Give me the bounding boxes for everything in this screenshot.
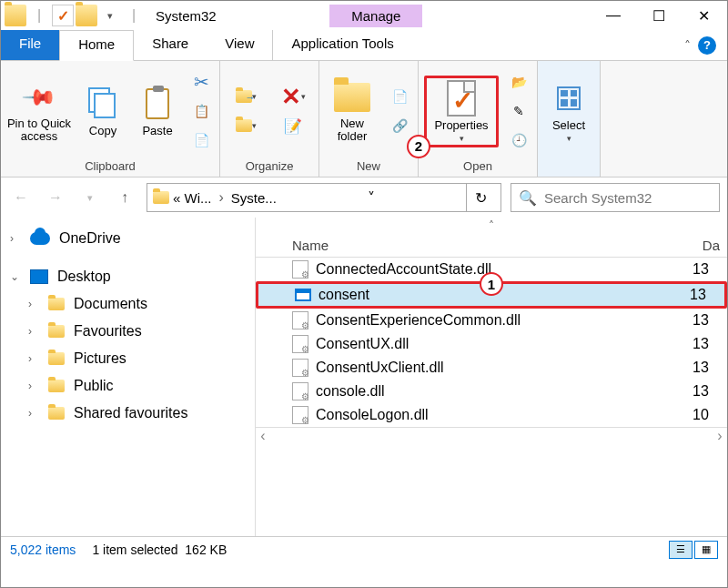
- search-input[interactable]: [544, 190, 712, 206]
- paste-button[interactable]: Paste: [134, 86, 181, 137]
- column-date[interactable]: Da: [703, 238, 720, 253]
- tree-item-label: Documents: [74, 296, 147, 312]
- scroll-up-hint: ˄: [256, 218, 727, 234]
- cut-button[interactable]: ✂: [188, 69, 214, 95]
- easy-access-button[interactable]: 🔗: [387, 113, 412, 138]
- properties-dropdown-icon: ▾: [460, 134, 464, 143]
- tree-folder-pictures[interactable]: ›Pictures: [1, 345, 255, 372]
- chevron-right-icon[interactable]: ›: [28, 352, 32, 365]
- address-bar[interactable]: « Wi... › Syste... ˅ ↻: [147, 183, 501, 212]
- file-row[interactable]: ConsentUxClient.dll13: [256, 356, 727, 380]
- recent-dropdown[interactable]: ▾: [77, 185, 103, 210]
- chevron-right-icon[interactable]: ›: [28, 407, 32, 420]
- copyto-icon: [236, 119, 252, 132]
- onedrive-icon: [30, 232, 50, 245]
- new-folder-button[interactable]: New folder: [325, 79, 379, 144]
- chevron-down-icon[interactable]: ⌄: [10, 270, 19, 283]
- file-row[interactable]: ConsentUX.dll13: [256, 332, 727, 356]
- select-dropdown-icon: ▾: [567, 134, 571, 143]
- file-row[interactable]: consent131: [256, 281, 727, 309]
- qat-dropdown-icon[interactable]: ▾: [99, 5, 121, 26]
- refresh-button[interactable]: ↻: [466, 184, 495, 211]
- maximize-button[interactable]: ☐: [636, 1, 682, 30]
- new-item-icon: 📄: [392, 89, 408, 104]
- paste-icon: [146, 88, 169, 119]
- copy-path-button[interactable]: 📋: [188, 98, 214, 124]
- manage-contextual-tab[interactable]: Manage: [329, 5, 422, 27]
- group-select: Select ▾: [538, 61, 601, 177]
- file-list-pane[interactable]: ˄ Name Da ConnectedAccountState.dll13con…: [256, 218, 727, 536]
- tab-share[interactable]: Share: [134, 30, 207, 60]
- tree-desktop[interactable]: ⌄ Desktop: [1, 263, 255, 290]
- edit-button[interactable]: ✎: [506, 98, 531, 124]
- ribbon-tabs: File Home Share View Application Tools ˄…: [1, 30, 727, 61]
- search-box[interactable]: 🔍: [511, 183, 720, 212]
- details-view-button[interactable]: ☰: [669, 541, 693, 559]
- tab-file[interactable]: File: [1, 30, 59, 60]
- group-new: New folder 📄 🔗 New: [319, 61, 419, 177]
- rename-button[interactable]: 📝: [273, 113, 313, 138]
- forward-button[interactable]: →: [43, 185, 68, 210]
- file-row[interactable]: ConsoleLogon.dll10: [256, 403, 727, 427]
- back-button[interactable]: ←: [8, 185, 34, 210]
- copy-label: Copy: [89, 124, 116, 137]
- desktop-icon: [30, 269, 48, 284]
- tree-folder-documents[interactable]: ›Documents: [1, 290, 255, 318]
- thumbnails-view-button[interactable]: ▦: [694, 541, 718, 559]
- tree-item-label: Favourites: [74, 323, 142, 340]
- file-row[interactable]: ConsentExperienceCommon.dll13: [256, 309, 727, 332]
- chevron-right-icon[interactable]: ›: [28, 298, 32, 310]
- clipboard-small-buttons: ✂ 📋 📄: [188, 69, 214, 153]
- chevron-right-icon[interactable]: ›: [28, 380, 32, 392]
- breadcrumb-2[interactable]: Syste...: [231, 190, 277, 206]
- tree-onedrive-label: OneDrive: [59, 230, 121, 247]
- address-dropdown[interactable]: ˅: [357, 184, 386, 211]
- close-button[interactable]: ✕: [682, 1, 727, 30]
- up-button[interactable]: ↑: [112, 185, 137, 210]
- qat-folder-icon: [5, 5, 26, 26]
- history-button[interactable]: 🕘: [506, 127, 531, 153]
- new-item-button[interactable]: 📄: [387, 84, 412, 109]
- tree-folder-shared-favourites[interactable]: ›Shared favourites: [1, 400, 255, 427]
- horizontal-scrollbar[interactable]: ‹ ›: [256, 427, 727, 440]
- paste-label: Paste: [142, 124, 172, 137]
- delete-button[interactable]: ✕ ▾: [273, 84, 313, 109]
- rename-icon: 📝: [284, 117, 302, 135]
- file-name: ConsentUxClient.dll: [316, 360, 444, 376]
- tree-folder-public[interactable]: ›Public: [1, 372, 255, 400]
- tab-home[interactable]: Home: [59, 30, 134, 61]
- status-bar: 5,022 items 1 item selected 162 KB ☰ ▦: [1, 536, 727, 562]
- edit-icon: ✎: [513, 104, 524, 118]
- copy-button[interactable]: Copy: [79, 86, 126, 137]
- help-icon[interactable]: ?: [698, 36, 716, 55]
- dll-icon: [292, 311, 308, 329]
- select-button[interactable]: Select ▾: [543, 80, 594, 143]
- open-button[interactable]: 📂: [506, 69, 531, 95]
- minimize-button[interactable]: —: [591, 1, 636, 30]
- qat-separator2: |: [123, 5, 145, 26]
- qat-props-icon[interactable]: ✓: [52, 5, 74, 26]
- chevron-right-icon[interactable]: ›: [10, 232, 14, 245]
- breadcrumb-sep-icon[interactable]: ›: [219, 189, 224, 206]
- copy-to-button[interactable]: ▾: [226, 113, 266, 138]
- tab-view[interactable]: View: [207, 30, 272, 60]
- file-row[interactable]: console.dll13: [256, 380, 727, 403]
- tree-folder-favourites[interactable]: ›Favourites: [1, 318, 255, 345]
- quick-access-toolbar: | ✓ ▾ |: [1, 5, 148, 26]
- collapse-ribbon-icon[interactable]: ˄: [684, 38, 691, 53]
- pin-to-quick-access-button[interactable]: 📌 Pin to Quick access: [6, 79, 72, 144]
- chevron-right-icon[interactable]: ›: [28, 325, 32, 338]
- file-date: 13: [693, 312, 720, 329]
- column-name[interactable]: Name: [292, 238, 703, 253]
- group-open-label: Open: [424, 157, 531, 175]
- tree-onedrive[interactable]: › OneDrive: [1, 225, 255, 252]
- move-to-button[interactable]: → ▾: [226, 84, 266, 109]
- address-folder-icon: [153, 191, 169, 204]
- group-select-spacer: [543, 157, 594, 175]
- paste-shortcut-button[interactable]: 📄: [188, 127, 214, 153]
- breadcrumb-1[interactable]: « Wi...: [173, 190, 212, 206]
- callout-1: 1: [480, 272, 503, 296]
- navigation-pane[interactable]: › OneDrive ⌄ Desktop ›Documents›Favourit…: [1, 218, 256, 536]
- tab-application-tools[interactable]: Application Tools: [272, 30, 411, 60]
- properties-button[interactable]: ✓ Properties ▾ 2: [424, 76, 499, 147]
